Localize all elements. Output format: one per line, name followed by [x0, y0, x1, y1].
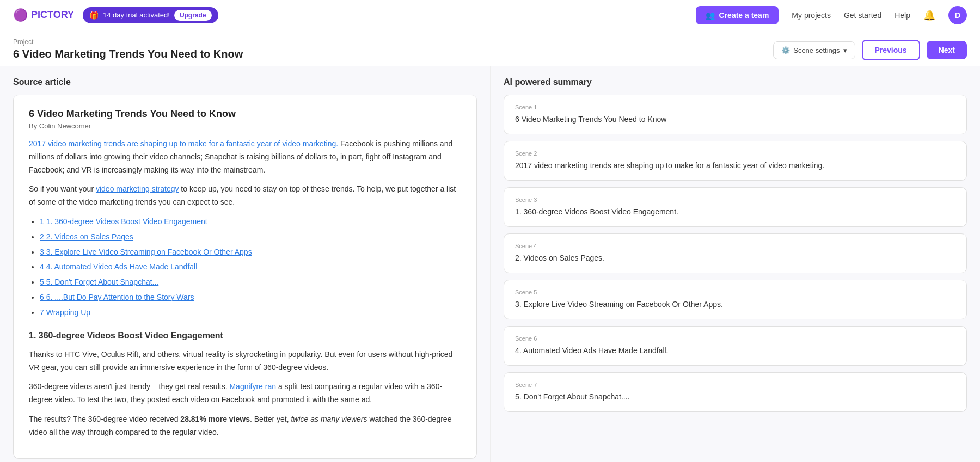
- list-link-3[interactable]: 3 3. Explore Live Video Streaming on Fac…: [40, 248, 252, 256]
- article-author: By Colin Newcomer: [29, 122, 461, 130]
- section1-heading: 1. 360-degree Videos Boost Video Engagem…: [29, 328, 461, 343]
- create-team-button[interactable]: 👥 Create a team: [696, 6, 779, 24]
- list-item: 7 Wrapping Up: [40, 306, 461, 319]
- next-button[interactable]: Next: [927, 41, 967, 59]
- scene-label-7: Scene 7: [515, 381, 955, 388]
- previous-button[interactable]: Previous: [862, 40, 920, 60]
- upgrade-button[interactable]: Upgrade: [174, 10, 212, 21]
- nav-help[interactable]: Help: [895, 11, 910, 20]
- scene-card-1[interactable]: Scene 16 Video Marketing Trends You Need…: [504, 95, 967, 134]
- scene-card-3[interactable]: Scene 31. 360-degree Videos Boost Video …: [504, 187, 967, 227]
- team-icon: 👥: [706, 11, 715, 20]
- scene-card-4[interactable]: Scene 42. Videos on Sales Pages.: [504, 233, 967, 273]
- scene-card-2[interactable]: Scene 22017 video marketing trends are s…: [504, 141, 967, 181]
- project-label: Project: [13, 38, 243, 46]
- section1-p3-bold: 28.81% more views: [180, 415, 250, 423]
- list-item: 4 4. Automated Video Ads Have Made Landf…: [40, 261, 461, 274]
- list-item: 1 1. 360-degree Videos Boost Video Engag…: [40, 215, 461, 229]
- project-title: 6 Video Marketing Trends You Need to Kno…: [13, 48, 243, 60]
- video-strategy-link[interactable]: video marketing strategy: [96, 184, 179, 193]
- list-link-4[interactable]: 4 4. Automated Video Ads Have Made Landf…: [40, 262, 197, 271]
- scene-settings-button[interactable]: ⚙️ Scene settings ▾: [773, 41, 855, 59]
- list-item: 6 6. ....But Do Pay Attention to the Sto…: [40, 291, 461, 304]
- scene-label-3: Scene 3: [515, 196, 955, 203]
- section1-p3-prefix: The results? The 360-degree video receiv…: [29, 415, 180, 423]
- trial-badge: 🎁 14 day trial activated! Upgrade: [83, 7, 218, 23]
- nav-my-projects[interactable]: My projects: [792, 11, 831, 20]
- scene-list: Scene 16 Video Marketing Trends You Need…: [504, 95, 967, 412]
- article-list: 1 1. 360-degree Videos Boost Video Engag…: [40, 215, 461, 319]
- nav-get-started[interactable]: Get started: [844, 11, 881, 20]
- article-card: 6 Video Marketing Trends You Need to Kno…: [13, 95, 477, 459]
- article-title: 6 Video Marketing Trends You Need to Kno…: [29, 108, 461, 120]
- scene-text-6: 4. Automated Video Ads Have Made Landfal…: [515, 345, 955, 356]
- sub-header-right: ⚙️ Scene settings ▾ Previous Next: [773, 40, 967, 60]
- scene-card-5[interactable]: Scene 53. Explore Live Video Streaming o…: [504, 280, 967, 319]
- list-link-2[interactable]: 2 2. Videos on Sales Pages: [40, 232, 133, 241]
- section1-para1: Thanks to HTC Vive, Oculus Rift, and oth…: [29, 348, 461, 374]
- list-link-5[interactable]: 5 5. Don't Forget About Snapchat...: [40, 278, 158, 286]
- summary-panel: AI powered summary Scene 16 Video Market…: [490, 66, 980, 462]
- scene-text-5: 3. Explore Live Video Streaming on Faceb…: [515, 299, 955, 310]
- sub-header: Project 6 Video Marketing Trends You Nee…: [0, 30, 980, 66]
- logo[interactable]: 🟣 PICTORY: [13, 8, 74, 22]
- header-right: 👥 Create a team My projects Get started …: [696, 6, 967, 24]
- scene-text-2: 2017 video marketing trends are shaping …: [515, 160, 955, 171]
- gift-icon: 🎁: [89, 11, 99, 20]
- avatar[interactable]: D: [948, 6, 967, 24]
- scene-label-6: Scene 6: [515, 335, 955, 342]
- logo-text: PICTORY: [31, 9, 74, 21]
- scene-text-1: 6 Video Marketing Trends You Need to Kno…: [515, 114, 955, 125]
- section1-p3-italic: twice as many viewers: [291, 415, 367, 423]
- project-info: Project 6 Video Marketing Trends You Nee…: [13, 38, 243, 60]
- scene-text-3: 1. 360-degree Videos Boost Video Engagem…: [515, 206, 955, 218]
- header-left: 🟣 PICTORY 🎁 14 day trial activated! Upgr…: [13, 7, 218, 23]
- scene-label-2: Scene 2: [515, 150, 955, 157]
- scene-label-5: Scene 5: [515, 289, 955, 295]
- scene-card-6[interactable]: Scene 64. Automated Video Ads Have Made …: [504, 326, 967, 366]
- list-item: 2 2. Videos on Sales Pages: [40, 231, 461, 244]
- source-panel-title: Source article: [13, 77, 477, 87]
- scene-card-7[interactable]: Scene 75. Don't Forget About Snapchat...…: [504, 372, 967, 412]
- chevron-down-icon: ▾: [843, 46, 847, 54]
- list-link-6[interactable]: 6 6. ....But Do Pay Attention to the Sto…: [40, 293, 194, 301]
- article-para-1: 2017 video marketing trends are shaping …: [29, 138, 461, 176]
- scene-label-4: Scene 4: [515, 243, 955, 249]
- scene-text-7: 5. Don't Forget About Snapchat....: [515, 391, 955, 403]
- list-item: 5 5. Don't Forget About Snapchat...: [40, 276, 461, 289]
- settings-icon: ⚙️: [781, 46, 790, 54]
- section1-para2: 360-degree videos aren't just trendy – t…: [29, 380, 461, 406]
- logo-icon: 🟣: [13, 8, 28, 22]
- scene-label-1: Scene 1: [515, 104, 955, 110]
- main-header: 🟣 PICTORY 🎁 14 day trial activated! Upgr…: [0, 0, 980, 30]
- article-body: 2017 video marketing trends are shaping …: [29, 138, 461, 439]
- section1-p3-mid: . Better yet,: [250, 415, 291, 423]
- main-layout: Source article 6 Video Marketing Trends …: [0, 66, 980, 462]
- scene-settings-label: Scene settings: [793, 46, 840, 54]
- ai-panel-title: AI powered summary: [504, 77, 967, 87]
- list-item: 3 3. Explore Live Video Streaming on Fac…: [40, 246, 461, 259]
- list-link-7[interactable]: 7 Wrapping Up: [40, 308, 90, 317]
- list-link-1[interactable]: 1 1. 360-degree Videos Boost Video Engag…: [40, 217, 207, 226]
- article-para-2: So if you want your video marketing stra…: [29, 183, 461, 209]
- magnifyre-link[interactable]: Magnifyre ran: [229, 382, 276, 391]
- highlighted-text[interactable]: 2017 video marketing trends are shaping …: [29, 139, 338, 148]
- trial-badge-text: 14 day trial activated!: [103, 11, 170, 19]
- scene-text-4: 2. Videos on Sales Pages.: [515, 252, 955, 264]
- notification-icon[interactable]: 🔔: [923, 9, 935, 21]
- section1-para3: The results? The 360-degree video receiv…: [29, 413, 461, 439]
- create-team-label: Create a team: [719, 11, 769, 20]
- source-panel: Source article 6 Video Marketing Trends …: [0, 66, 490, 462]
